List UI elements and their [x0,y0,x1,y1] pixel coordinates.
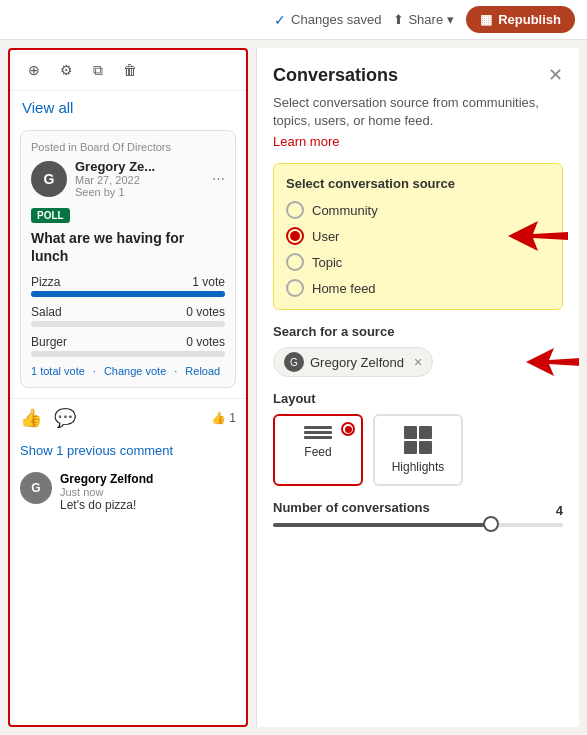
poll-reload[interactable]: Reload [185,365,220,377]
reactions-row: 👍 💬 👍 1 [10,398,246,437]
like-reaction[interactable]: 👍 [20,407,42,429]
share-icon: ⬆ [393,12,404,27]
radio-community[interactable]: Community [286,201,550,219]
reaction-count: 👍 1 [211,411,236,425]
more-options-icon[interactable]: ⋯ [212,171,225,186]
poll-container: POLL What are we having for lunch Pizza … [31,202,225,377]
comment-body: Gregory Zelfond Just now Let's do pizza! [60,472,153,512]
poll-footer: 1 total vote · Change vote · Reload [31,365,225,377]
radio-circle-community [286,201,304,219]
layout-highlights-label: Highlights [392,460,445,474]
radio-topic[interactable]: Topic [286,253,550,271]
highlights-icon [404,426,432,454]
poll-question: What are we having for lunch [31,229,225,265]
post-date: Mar 27, 2022 [75,174,155,186]
poll-option-salad: Salad 0 votes [31,305,225,327]
post-card: Posted in Board Of Directors G Gregory Z… [20,130,236,388]
radio-label-user: User [312,229,339,244]
author-details: Gregory Ze... Mar 27, 2022 Seen by 1 [75,159,155,198]
poll-option-burger: Burger 0 votes [31,335,225,357]
check-icon: ✓ [274,12,286,28]
toolbar: ⊕ ⚙ ⧉ 🗑 [10,50,246,91]
radio-home-feed[interactable]: Home feed [286,279,550,297]
poll-option-label-pizza: Pizza [31,275,60,289]
radio-circle-home-feed [286,279,304,297]
author-name: Gregory Ze... [75,159,155,174]
source-chip-name: Gregory Zelfond [310,355,404,370]
post-seen: Seen by 1 [75,186,155,198]
layout-feed[interactable]: Feed [273,414,363,486]
view-all-link[interactable]: View all [10,91,246,124]
layout-feed-label: Feed [304,445,331,459]
poll-option-label-salad: Salad [31,305,62,319]
post-author-row: G Gregory Ze... Mar 27, 2022 Seen by 1 ⋯ [31,159,225,198]
right-panel: Conversations ✕ Select conversation sour… [256,48,579,727]
poll-option-votes-burger: 0 votes [186,335,225,349]
radio-label-home-feed: Home feed [312,281,376,296]
source-chip-avatar: G [284,352,304,372]
left-panel: ⊕ ⚙ ⧉ 🗑 View all Posted in Board Of Dire… [8,48,248,727]
radio-user[interactable]: User [286,227,550,245]
show-previous-comment[interactable]: Show 1 previous comment [10,437,246,464]
comment-reaction[interactable]: 💬 [54,407,76,429]
radio-inner-user [290,231,300,241]
panel-divider [248,40,256,735]
source-chip-remove[interactable]: × [414,354,422,370]
conversations-header: Conversations ✕ [273,64,563,86]
comment-text: Let's do pizza! [60,498,153,512]
learn-more-link[interactable]: Learn more [273,134,563,149]
red-arrow-user [508,221,568,251]
radio-label-community: Community [312,203,378,218]
delete-icon[interactable]: 🗑 [118,58,142,82]
comment-avatar: G [20,472,52,504]
search-source-label: Search for a source [273,324,563,339]
poll-option-votes-pizza: 1 vote [192,275,225,289]
layout-feed-radio [341,422,355,436]
slider-track [273,523,563,527]
num-conversations-label: Number of conversations [273,500,563,515]
share-button[interactable]: ⬆ Share ▾ [393,12,454,27]
post-author-info: G Gregory Ze... Mar 27, 2022 Seen by 1 [31,159,155,198]
poll-option-votes-salad: 0 votes [186,305,225,319]
num-conversations-section: Number of conversations 4 [273,500,563,527]
layout-section: Layout Feed [273,391,563,486]
posted-in-label: Posted in Board Of Directors [31,141,225,153]
source-chip: G Gregory Zelfond × [273,347,433,377]
slider-container: 4 [273,523,563,527]
poll-badge: POLL [31,208,70,223]
slider-fill [273,523,491,527]
radio-label-topic: Topic [312,255,342,270]
select-source-label: Select conversation source [286,176,550,191]
conversations-title: Conversations [273,65,398,86]
radio-circle-topic [286,253,304,271]
comment-row: G Gregory Zelfond Just now Let's do pizz… [10,464,246,520]
radio-circle-user [286,227,304,245]
layout-highlights[interactable]: Highlights [373,414,463,486]
poll-option-pizza: Pizza 1 vote [31,275,225,297]
close-button[interactable]: ✕ [548,64,563,86]
move-icon[interactable]: ⊕ [22,58,46,82]
republish-button[interactable]: ▦ Republish [466,6,575,33]
poll-change-vote[interactable]: Change vote [104,365,166,377]
feed-icon [304,426,332,439]
poll-total: 1 total vote [31,365,85,377]
layout-options: Feed Highlights [273,414,563,486]
chevron-down-icon: ▾ [447,12,454,27]
top-bar: ✓ Changes saved ⬆ Share ▾ ▦ Republish [0,0,587,40]
changes-saved-text: Changes saved [291,12,381,27]
main-content: ⊕ ⚙ ⧉ 🗑 View all Posted in Board Of Dire… [0,40,587,735]
select-source-box: Select conversation source Community Use… [273,163,563,310]
red-arrow-source [526,348,579,376]
svg-marker-0 [508,221,568,251]
slider-thumb[interactable] [483,516,499,532]
poll-option-label-burger: Burger [31,335,67,349]
comment-author: Gregory Zelfond [60,472,153,486]
conversations-description: Select conversation source from communit… [273,94,563,130]
author-avatar: G [31,161,67,197]
settings-icon[interactable]: ⚙ [54,58,78,82]
republish-icon: ▦ [480,12,492,27]
changes-saved-indicator: ✓ Changes saved [274,12,381,28]
comment-time: Just now [60,486,153,498]
layout-label: Layout [273,391,563,406]
copy-icon[interactable]: ⧉ [86,58,110,82]
